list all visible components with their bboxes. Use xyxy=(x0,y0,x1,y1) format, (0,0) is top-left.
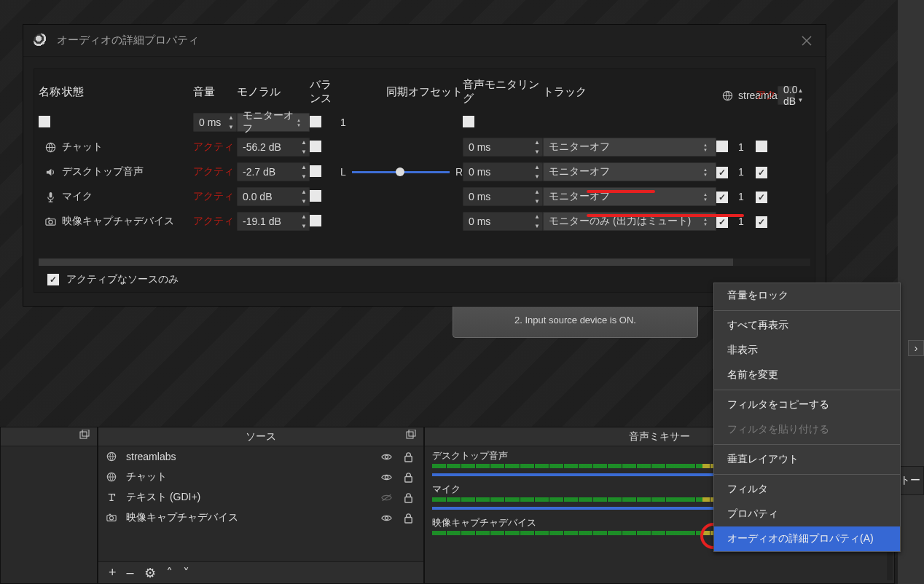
dock-popout-icon[interactable] xyxy=(406,430,419,443)
add-source-button[interactable]: + xyxy=(109,565,117,580)
context-menu-item[interactable]: フィルタ xyxy=(714,477,900,502)
svg-rect-12 xyxy=(405,456,412,462)
volume-spinner[interactable]: 0.0 dB▲▼ xyxy=(778,86,795,105)
svg-point-14 xyxy=(385,476,388,478)
source-name: チャット xyxy=(62,141,193,154)
volume-spinner[interactable]: 0 ms▲▼ xyxy=(463,138,543,157)
source-name: streamlabs xyxy=(738,90,756,101)
svg-rect-15 xyxy=(405,476,412,482)
balance-slider[interactable]: LR xyxy=(340,166,463,178)
svg-rect-2 xyxy=(49,192,52,197)
source-name: マイク xyxy=(62,190,193,203)
checkbox[interactable] xyxy=(39,116,50,127)
right-sidebar-strip: › xyxy=(898,0,924,584)
speaker-icon xyxy=(39,167,62,178)
volume-spinner[interactable]: 0.0 dB▲▼ xyxy=(237,187,310,206)
dialog-body: 名称状態音量モノラルバランス同期オフセット音声モニタリングトラックstreaml… xyxy=(34,68,815,293)
source-row[interactable]: 映像キャプチャデバイス xyxy=(98,508,423,528)
dock-popout-icon[interactable] xyxy=(79,430,93,443)
annotation-underline-1 xyxy=(587,190,655,193)
volume-spinner[interactable]: 0 ms▲▼ xyxy=(463,212,543,231)
checkbox[interactable] xyxy=(756,167,767,178)
context-menu-item[interactable]: フィルタをコピーする xyxy=(714,392,900,417)
mixer-context-menu: 音量をロックすべて再表示非表示名前を変更フィルタをコピーするフィルタを貼り付ける… xyxy=(713,283,901,552)
source-row[interactable]: streamlabs xyxy=(98,446,423,467)
lock-toggle[interactable] xyxy=(403,492,416,503)
visibility-toggle[interactable] xyxy=(381,472,394,483)
close-button[interactable] xyxy=(798,32,815,50)
panel-scenes-title xyxy=(1,427,97,446)
volume-spinner[interactable]: 0 ms▲▼ xyxy=(193,113,237,132)
checkbox[interactable] xyxy=(310,116,321,127)
active-sources-only-label: アクティブなソースのみ xyxy=(66,273,179,286)
sidebar-caret-button[interactable]: › xyxy=(908,340,924,356)
checkbox[interactable] xyxy=(310,215,321,226)
checkbox[interactable] xyxy=(756,192,767,203)
horizontal-scrollbar[interactable] xyxy=(39,259,810,266)
panel-scenes xyxy=(0,427,98,584)
svg-point-11 xyxy=(385,455,388,458)
obs-logo-icon xyxy=(34,33,48,48)
panel-sources-title: ソース xyxy=(98,427,423,446)
menu-separator xyxy=(714,474,900,475)
visibility-toggle[interactable] xyxy=(381,451,394,462)
lock-toggle[interactable] xyxy=(403,513,416,524)
checkbox[interactable] xyxy=(756,216,767,228)
source-row-name: 映像キャプチャデバイス xyxy=(126,511,372,524)
monitoring-dropdown[interactable]: モニターオフ xyxy=(543,138,716,157)
mixer-item-name: 映像キャプチャデバイス xyxy=(432,516,536,529)
checkbox[interactable] xyxy=(463,116,474,127)
volume-spinner[interactable]: -2.7 dB▲▼ xyxy=(237,162,310,181)
monitoring-dropdown[interactable]: モニターオフ xyxy=(237,113,310,132)
checkbox[interactable] xyxy=(716,192,728,203)
context-menu-item[interactable]: 名前を変更 xyxy=(714,363,900,387)
context-menu-item[interactable]: すべて再表示 xyxy=(714,313,900,338)
source-row[interactable]: テキスト (GDI+) xyxy=(98,487,423,508)
source-row-name: テキスト (GDI+) xyxy=(126,491,372,504)
track-label: 1 xyxy=(738,141,756,153)
visibility-toggle[interactable] xyxy=(381,513,394,524)
checkbox[interactable] xyxy=(310,141,321,152)
context-menu-item[interactable]: 垂直レイアウト xyxy=(714,447,900,472)
globe-icon xyxy=(106,451,117,462)
source-name: デスクトップ音声 xyxy=(62,165,193,178)
audio-advanced-properties-dialog: オーディオの詳細プロパティ 名称状態音量モノラルバランス同期オフセット音声モニタ… xyxy=(23,25,826,306)
source-row-name: チャット xyxy=(126,470,372,484)
checkbox[interactable] xyxy=(756,141,767,152)
context-menu-item[interactable]: プロパティ xyxy=(714,502,900,526)
move-down-button[interactable]: ˅ xyxy=(183,565,189,581)
checkbox[interactable] xyxy=(310,165,321,177)
monitoring-dropdown[interactable]: モニターオフ xyxy=(543,162,716,181)
track-label: 1 xyxy=(738,216,756,227)
visibility-toggle[interactable] xyxy=(381,492,394,503)
source-status: アクティ xyxy=(193,165,237,178)
source-settings-button[interactable]: ⚙ xyxy=(144,565,156,581)
volume-spinner[interactable]: 0 ms▲▼ xyxy=(463,187,543,206)
checkbox[interactable] xyxy=(716,216,728,228)
mic-icon xyxy=(39,192,62,202)
active-sources-only-checkbox[interactable] xyxy=(47,274,59,285)
text-icon xyxy=(106,492,117,502)
context-menu-item[interactable]: 非表示 xyxy=(714,338,900,363)
checkbox[interactable] xyxy=(716,141,728,152)
lock-toggle[interactable] xyxy=(403,451,416,462)
checkbox[interactable] xyxy=(310,190,321,202)
track-label: 1 xyxy=(738,166,756,178)
menu-separator xyxy=(714,444,900,445)
move-up-button[interactable]: ˄ xyxy=(166,565,173,581)
context-menu-item[interactable]: オーディオの詳細プロパティ(A) xyxy=(714,526,900,551)
context-menu-item[interactable]: 音量をロック xyxy=(714,283,900,308)
svg-rect-19 xyxy=(109,514,111,516)
remove-source-button[interactable]: – xyxy=(127,565,134,580)
lock-toggle[interactable] xyxy=(403,472,416,483)
volume-spinner[interactable]: 0 ms▲▼ xyxy=(463,162,543,181)
checkbox[interactable] xyxy=(716,167,728,178)
source-row[interactable]: チャット xyxy=(98,467,423,487)
svg-rect-6 xyxy=(80,432,87,438)
volume-spinner[interactable]: -56.2 dB▲▼ xyxy=(237,138,310,157)
mixer-item-name: デスクトップ音声 xyxy=(432,449,508,462)
globe-icon xyxy=(39,142,62,153)
volume-spinner[interactable]: -19.1 dB▲▼ xyxy=(237,212,310,231)
globe-icon xyxy=(716,90,738,101)
source-status: アクティ xyxy=(756,89,778,102)
